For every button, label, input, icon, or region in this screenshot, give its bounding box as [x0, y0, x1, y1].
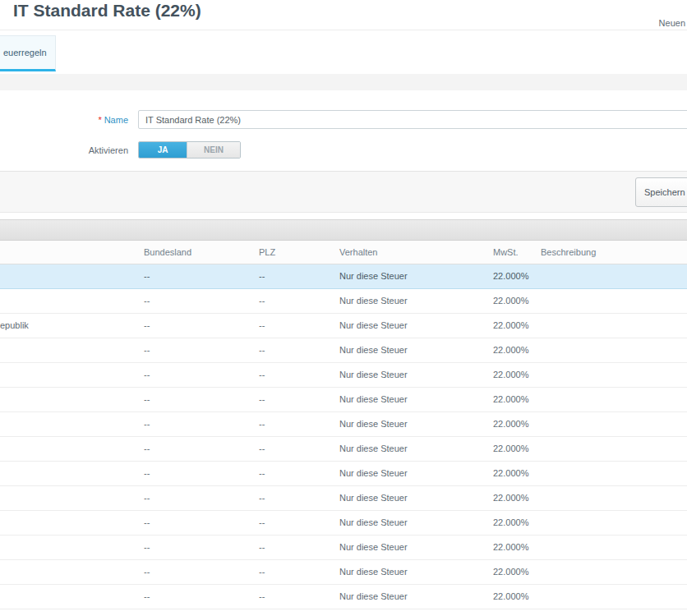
name-input[interactable]: [138, 110, 687, 129]
table-row[interactable]: -- -- Nur diese Steuer 22.000%: [0, 363, 687, 388]
cell-bundesland: --: [144, 511, 251, 535]
table-body: -- -- Nur diese Steuer 22.000% -- -- Nur…: [0, 264, 687, 616]
cell-plz: --: [259, 338, 333, 362]
cell-country: epublik: [0, 314, 138, 338]
cell-mwst: 22.000%: [493, 314, 538, 338]
aktivieren-toggle[interactable]: JA NEIN: [138, 141, 241, 159]
cell-verhalten: Nur diese Steuer: [339, 363, 487, 387]
save-button[interactable]: Speichern un: [635, 177, 687, 207]
cell-mwst: 22.000%: [493, 511, 538, 535]
cell-bundesland: --: [144, 314, 251, 338]
cell-bundesland: --: [144, 585, 251, 609]
cell-verhalten: Nur diese Steuer: [339, 536, 487, 559]
table-header: Bundesland PLZ Verhalten MwSt. Beschreib…: [0, 241, 687, 264]
panel-top-strip: [0, 74, 687, 90]
cell-bundesland: --: [144, 462, 251, 485]
cell-verhalten: Nur diese Steuer: [339, 289, 487, 313]
cell-verhalten: Nur diese Steuer: [339, 462, 487, 485]
new-button[interactable]: Neuen: [659, 18, 685, 28]
aktivieren-field-label: Aktivieren: [0, 145, 128, 155]
table-row[interactable]: -- -- Nur diese Steuer 22.000%: [0, 437, 687, 462]
tab-steuerregeln[interactable]: euerregeln: [0, 35, 56, 71]
column-header-mwst[interactable]: MwSt.: [493, 241, 538, 264]
name-label-text: Name: [104, 115, 128, 125]
cell-bundesland: --: [144, 536, 251, 559]
cell-plz: --: [259, 511, 333, 535]
cell-plz: --: [259, 585, 333, 609]
toggle-yes-button[interactable]: JA: [139, 142, 187, 158]
table-row[interactable]: -- -- Nur diese Steuer 22.000%: [0, 462, 687, 486]
cell-bundesland: --: [144, 338, 251, 362]
cell-bundesland: --: [144, 486, 251, 510]
cell-plz: --: [259, 412, 333, 436]
cell-mwst: 22.000%: [493, 462, 538, 485]
cell-bundesland: --: [144, 363, 251, 387]
cell-verhalten: Nur diese Steuer: [339, 585, 487, 609]
table-row[interactable]: -- -- Nur diese Steuer 22.000%: [0, 560, 687, 585]
cell-plz: --: [259, 462, 333, 485]
cell-bundesland: --: [144, 264, 251, 288]
cell-mwst: 22.000%: [493, 437, 538, 461]
cell-plz: --: [259, 264, 333, 288]
cell-verhalten: Nur diese Steuer: [339, 412, 487, 436]
table-row[interactable]: -- -- Nur diese Steuer 22.000%: [0, 338, 687, 363]
cell-plz: --: [259, 314, 333, 338]
required-asterisk: *: [98, 115, 101, 125]
cell-bundesland: --: [144, 437, 251, 461]
cell-verhalten: Nur diese Steuer: [339, 560, 487, 584]
tab-steuerregeln-label: euerregeln: [3, 48, 47, 57]
cell-plz: --: [259, 388, 333, 411]
table-row[interactable]: -- -- Nur diese Steuer 22.000%: [0, 486, 687, 511]
cell-plz: --: [259, 289, 333, 313]
name-field-label: *Name: [0, 115, 128, 125]
column-header-plz[interactable]: PLZ: [259, 241, 333, 264]
page-header: IT Standard Rate (22%) Neuen: [0, 0, 687, 30]
table-row[interactable]: -- -- Nur diese Steuer 22.000%: [0, 511, 687, 536]
column-header-bundesland[interactable]: Bundesland: [144, 241, 251, 264]
table-row[interactable]: -- -- Nur diese Steuer 22.000%: [0, 289, 687, 314]
cell-verhalten: Nur diese Steuer: [339, 338, 487, 362]
cell-verhalten: Nur diese Steuer: [339, 511, 487, 535]
cell-verhalten: Nur diese Steuer: [339, 486, 487, 510]
cell-mwst: 22.000%: [493, 536, 538, 559]
cell-mwst: 22.000%: [493, 264, 538, 288]
cell-verhalten: Nur diese Steuer: [339, 314, 487, 338]
table-row[interactable]: -- -- Nur diese Steuer 22.000%: [0, 536, 687, 560]
cell-verhalten: Nur diese Steuer: [339, 437, 487, 461]
table-row[interactable]: -- -- Nur diese Steuer 22.000%: [0, 264, 687, 289]
table-row[interactable]: epublik -- -- Nur diese Steuer 22.000%: [0, 314, 687, 338]
toggle-no-button[interactable]: NEIN: [187, 142, 240, 158]
column-header-beschreibung[interactable]: Beschreibung: [541, 241, 685, 264]
form-toolbar: Speichern un: [0, 171, 687, 213]
cell-plz: --: [259, 437, 333, 461]
aktivieren-label-text: Aktivieren: [89, 145, 128, 155]
cell-plz: --: [259, 560, 333, 584]
cell-plz: --: [259, 363, 333, 387]
cell-mwst: 22.000%: [493, 363, 538, 387]
cell-bundesland: --: [144, 412, 251, 436]
tax-rate-detail-page: IT Standard Rate (22%) Neuen euerregeln …: [0, 0, 687, 616]
table-row[interactable]: -- -- Nur diese Steuer 22.000%: [0, 412, 687, 437]
cell-bundesland: --: [144, 289, 251, 313]
cell-verhalten: Nur diese Steuer: [339, 388, 487, 411]
cell-mwst: 22.000%: [493, 412, 538, 436]
cell-verhalten: Nur diese Steuer: [339, 264, 487, 288]
cell-mwst: 22.000%: [493, 560, 538, 584]
grid-toolbar-band: [0, 219, 687, 241]
table-row[interactable]: -- -- Nur diese Steuer 22.000%: [0, 388, 687, 412]
cell-mwst: 22.000%: [493, 338, 538, 362]
tax-rate-form: *Name Aktivieren JA NEIN: [0, 90, 687, 171]
cell-plz: --: [259, 486, 333, 510]
table-row[interactable]: -- -- Nur diese Steuer 22.000%: [0, 585, 687, 609]
page-title: IT Standard Rate (22%): [13, 1, 201, 21]
cell-mwst: 22.000%: [493, 388, 538, 411]
cell-plz: --: [259, 536, 333, 559]
tab-bar: euerregeln: [0, 30, 687, 74]
cell-bundesland: --: [144, 388, 251, 411]
column-header-verhalten[interactable]: Verhalten: [339, 241, 487, 264]
cell-bundesland: --: [144, 560, 251, 584]
cell-mwst: 22.000%: [493, 486, 538, 510]
cell-mwst: 22.000%: [493, 585, 538, 609]
cell-mwst: 22.000%: [493, 289, 538, 313]
